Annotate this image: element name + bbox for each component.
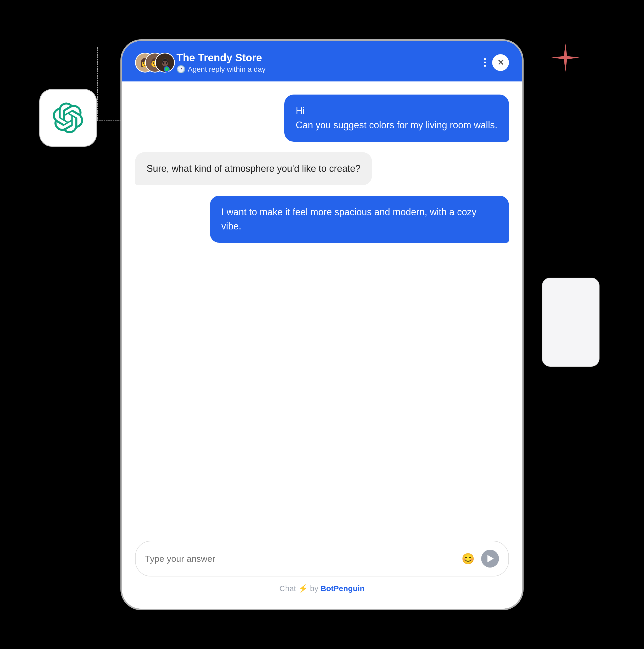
message-1-text: HiCan you suggest colors for my living r… (296, 105, 497, 130)
message-2: Sure, what kind of atmosphere you'd like… (135, 152, 372, 185)
more-options-button[interactable] (484, 58, 486, 67)
answer-input[interactable] (145, 554, 455, 564)
messages-area: HiCan you suggest colors for my living r… (122, 81, 522, 533)
send-button[interactable] (481, 550, 499, 568)
connector-line-v1 (97, 47, 98, 121)
footer: Chat ⚡ by BotPenguin (135, 584, 509, 596)
chat-widget: 👩 👨 👨🏿 The Trendy Store 🕐 Agent reply wi… (121, 39, 523, 610)
clock-icon: 🕐 (177, 65, 186, 74)
reply-info: 🕐 Agent reply within a day (177, 65, 477, 74)
input-box: 😊 (135, 541, 509, 576)
message-3-text: I want to make it feel more spacious and… (222, 207, 476, 231)
close-icon: ✕ (497, 58, 504, 67)
footer-static: Chat ⚡ by (279, 584, 320, 593)
avatar-stack: 👩 👨 👨🏿 (135, 53, 169, 73)
message-3: I want to make it feel more spacious and… (210, 196, 509, 243)
openai-logo-box (39, 89, 97, 147)
online-indicator (164, 66, 170, 72)
side-bubble-right (542, 277, 599, 367)
close-button[interactable]: ✕ (492, 54, 509, 71)
chat-header: 👩 👨 👨🏿 The Trendy Store 🕐 Agent reply wi… (122, 41, 522, 81)
header-info: The Trendy Store 🕐 Agent reply within a … (177, 51, 477, 74)
footer-brand: BotPenguin (320, 584, 364, 593)
openai-icon (52, 102, 84, 134)
message-1: HiCan you suggest colors for my living r… (284, 94, 509, 142)
store-name: The Trendy Store (177, 51, 477, 64)
reply-text: Agent reply within a day (188, 65, 266, 74)
message-2-text: Sure, what kind of atmosphere you'd like… (147, 163, 361, 174)
sparkle-decoration (550, 42, 581, 73)
input-area: 😊 Chat ⚡ by BotPenguin (122, 533, 522, 609)
emoji-button[interactable]: 😊 (460, 551, 476, 566)
header-actions: ✕ (484, 54, 509, 71)
send-icon (488, 555, 494, 562)
